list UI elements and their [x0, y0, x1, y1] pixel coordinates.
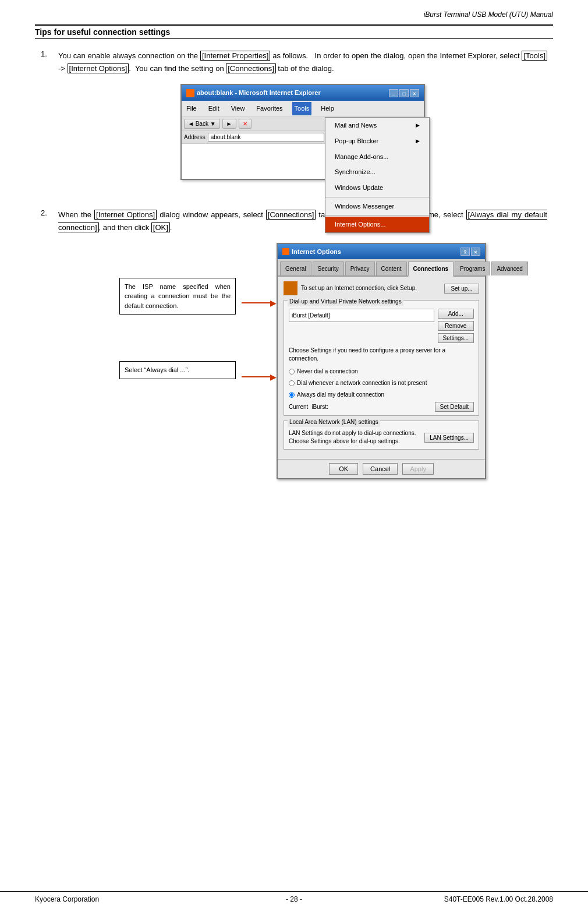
internet-options-ref2: [Internet Options]	[94, 210, 157, 220]
item-text-2: When the [Internet Options] dialog windo…	[58, 209, 547, 480]
radio-whenever-label: Dial whenever a network connection is no…	[297, 378, 427, 388]
tab-advanced[interactable]: Advanced	[491, 262, 527, 275]
remove-button[interactable]: Remove	[438, 321, 474, 331]
menu-help[interactable]: Help	[318, 102, 336, 115]
vpn-group-label: Dial-up and Virtual Private Network sett…	[288, 296, 403, 306]
item-number-2: 2.	[41, 209, 58, 480]
item-number-1: 1.	[41, 50, 58, 195]
footer-right: S40T-EE005 Rev.1.00 Oct.28.2008	[444, 895, 553, 903]
footer-left: Kyocera Corporation	[35, 895, 99, 903]
dropdown-manage-addons[interactable]: Manage Add-ons...	[325, 149, 429, 165]
io-bottom-buttons: OK Cancel Apply	[278, 459, 485, 478]
current-value: iBurst:	[311, 402, 431, 412]
ok-button[interactable]: OK	[329, 463, 358, 475]
tab-content[interactable]: Content	[376, 262, 407, 275]
select-note-box: Select “Always dial ...”.	[119, 361, 236, 379]
io-icon	[282, 248, 289, 255]
radio-always-label: Always dial my default connection	[297, 390, 384, 400]
apply-button[interactable]: Apply	[402, 463, 434, 475]
section-title: Tips for useful connection settings	[35, 24, 553, 39]
tab-privacy[interactable]: Privacy	[345, 262, 375, 275]
connections-tab-ref: [Connections]	[266, 210, 316, 220]
radio-whenever-input[interactable]	[289, 380, 295, 386]
io-title-buttons: ? ×	[461, 248, 480, 256]
io-screenshot-container: The ISP name specified when creating a c…	[58, 243, 547, 480]
io-titlebar: Internet Options ? ×	[278, 244, 485, 260]
radio-always-input[interactable]	[289, 392, 295, 398]
arrow-line-1	[242, 302, 270, 303]
item-1: 1. You can enable always connection on t…	[41, 50, 547, 195]
radio-whenever: Dial whenever a network connection is no…	[289, 378, 474, 388]
current-row: Current iBurst: Set Default	[289, 402, 474, 412]
vpn-controls: iBurst [Default] Add... Remove Settings.…	[289, 309, 474, 343]
item-text-1: You can enable always connection on the …	[58, 50, 547, 195]
internet-options-ref: [Internet Options]	[68, 63, 129, 73]
vpn-list: iBurst [Default]	[289, 309, 434, 343]
io-title: Internet Options	[292, 246, 341, 257]
set-default-button[interactable]: Set Default	[435, 402, 474, 412]
tools-dropdown-menu: Mail and News▶ Pop-up Blocker▶ Manage Ad…	[325, 117, 430, 233]
dropdown-windows-update[interactable]: Windows Update	[325, 180, 429, 196]
maximize-button[interactable]: □	[399, 89, 409, 97]
back-button[interactable]: ◄ Back ▼	[184, 119, 220, 129]
io-titlebar-left: Internet Options	[282, 246, 341, 257]
vpn-buttons: Add... Remove Settings...	[438, 309, 474, 343]
tab-connections[interactable]: Connections	[408, 262, 454, 277]
lan-description: LAN Settings do not apply to dial-up con…	[289, 429, 421, 446]
ie-titlebar-left: about:blank - Microsoft Internet Explore…	[186, 87, 321, 98]
separator-1	[325, 197, 429, 197]
isp-annotation: The ISP name specified when creating a c…	[119, 278, 242, 315]
ok-ref: [OK]	[151, 222, 170, 232]
dropdown-windows-messenger[interactable]: Windows Messenger	[325, 199, 429, 214]
arrow-head-2: ▶	[270, 370, 277, 384]
menu-view[interactable]: View	[229, 102, 247, 115]
io-content: To set up an Internet connection, click …	[278, 277, 485, 459]
io-help-button[interactable]: ?	[461, 248, 470, 256]
select-annotation: Select “Always dial ...”. ▶	[119, 361, 242, 379]
vpn-group: Dial-up and Virtual Private Network sett…	[284, 300, 479, 416]
menu-tools[interactable]: Tools	[292, 102, 312, 115]
io-dialog: Internet Options ? × General Security Pr…	[277, 243, 486, 480]
vpn-list-item[interactable]: iBurst [Default]	[289, 309, 434, 322]
footer-center: - 28 -	[286, 895, 302, 903]
item-2: 2. When the [Internet Options] dialog wi…	[41, 209, 547, 480]
setup-button[interactable]: Set up...	[444, 284, 479, 294]
forward-button[interactable]: ►	[222, 119, 236, 129]
menu-edit[interactable]: Edit	[206, 102, 222, 115]
io-tabs: General Security Privacy Content Connect…	[278, 259, 485, 277]
page-footer: Kyocera Corporation - 28 - S40T-EE005 Re…	[0, 891, 588, 903]
settings-button[interactable]: Settings...	[438, 333, 474, 343]
menu-file[interactable]: File	[184, 102, 199, 115]
lan-settings-button[interactable]: LAN Settings...	[424, 433, 474, 443]
ie-menubar: File Edit View Favorites Tools Help	[182, 101, 424, 117]
arrow-head-1: ▶	[270, 296, 277, 310]
io-close-button[interactable]: ×	[471, 248, 480, 256]
address-input[interactable]	[208, 133, 324, 142]
cancel-button[interactable]: Cancel	[363, 463, 398, 475]
tab-general[interactable]: General	[280, 262, 311, 275]
radio-never-label: Never dial a connection	[297, 366, 358, 376]
stop-button[interactable]: ✕	[239, 119, 252, 129]
dropdown-synchronize[interactable]: Synchronize...	[325, 164, 429, 180]
add-button[interactable]: Add...	[438, 309, 474, 319]
dropdown-mail-news[interactable]: Mail and News▶	[325, 118, 429, 133]
dropdown-internet-options[interactable]: Internet Options...	[325, 217, 429, 232]
isp-note-text: The ISP name specified when creating a c…	[125, 283, 231, 309]
separator-2	[325, 215, 429, 215]
ie-title-buttons: _ □ ×	[389, 89, 419, 97]
dropdown-popup-blocker[interactable]: Pop-up Blocker▶	[325, 133, 429, 149]
radio-never-input[interactable]	[289, 369, 295, 375]
setup-label: To set up an Internet connection, click …	[301, 284, 444, 292]
menu-favorites[interactable]: Favorites	[254, 102, 285, 115]
isp-arrow: ▶	[242, 296, 277, 310]
tools-ref: [Tools]	[522, 51, 547, 61]
setup-icon	[284, 281, 297, 295]
tab-programs[interactable]: Programs	[455, 262, 490, 275]
close-button[interactable]: ×	[410, 89, 419, 97]
connections-ref: [Connections]	[226, 63, 276, 73]
tab-security[interactable]: Security	[313, 262, 344, 275]
radio-group: Never dial a connection Dial whenever a …	[289, 366, 474, 400]
arrow-line-2	[242, 376, 270, 377]
minimize-button[interactable]: _	[389, 89, 398, 97]
setup-row: To set up an Internet connection, click …	[284, 281, 479, 295]
